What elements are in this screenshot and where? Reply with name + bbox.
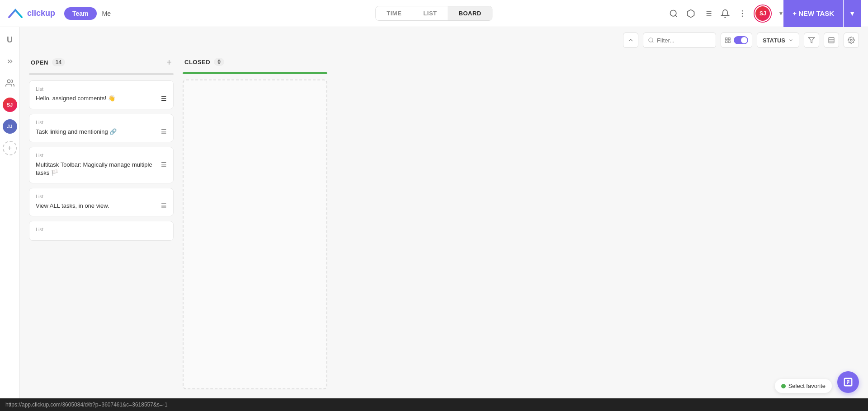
svg-point-8 (742, 10, 743, 11)
column-open-count: 14 (52, 58, 65, 66)
task-card[interactable]: List Multitask Toolbar: Magically manage… (29, 147, 174, 183)
new-task-button[interactable]: + NEW TASK (783, 0, 843, 27)
main-layout: U SJ JJ + STATUS (0, 27, 868, 398)
column-closed-bar (183, 72, 327, 74)
column-closed: CLOSED 0 (183, 53, 327, 389)
status-button[interactable]: STATUS (757, 33, 799, 48)
tab-list[interactable]: LIST (412, 6, 448, 20)
column-closed-header: CLOSED 0 (183, 53, 327, 70)
card-list-label: List (36, 194, 167, 199)
toolbar: STATUS (20, 27, 868, 53)
logo-text: clickup (27, 9, 55, 18)
menu-lines-icon: ☰ (161, 128, 167, 137)
filter-button[interactable] (804, 33, 819, 48)
column-open-header: OPEN 14 + (29, 53, 174, 71)
content-area: STATUS OPEN 14 + (20, 27, 868, 398)
filter-input-wrap (643, 33, 716, 48)
card-title: Hello, assigned comments! 👋 ☰ (36, 94, 167, 103)
column-open-add-button[interactable]: + (166, 58, 172, 67)
me-button[interactable]: Me (102, 10, 111, 17)
select-favorite-label: Select favorite (788, 383, 826, 389)
top-nav: clickup Team Me TIME LIST BOARD SJ ▼ + N… (0, 0, 868, 27)
menu-lines-icon: ☰ (161, 161, 167, 170)
card-title-text: View ALL tasks, in one view. (36, 202, 158, 210)
nav-right: SJ ▼ (669, 5, 783, 22)
svg-rect-17 (728, 41, 730, 42)
svg-rect-19 (829, 37, 834, 43)
sidebar-home[interactable]: U (3, 33, 17, 47)
tab-board[interactable]: BOARD (448, 6, 492, 20)
team-button[interactable]: Team (64, 7, 97, 20)
select-favorite[interactable]: Select favorite (775, 379, 832, 393)
card-title: Task linking and mentioning 🔗 ☰ (36, 128, 167, 137)
svg-point-10 (742, 15, 743, 17)
settings-button[interactable] (844, 33, 859, 48)
card-list-label: List (36, 227, 167, 232)
board-area: OPEN 14 + List Hello, assigned comments!… (20, 53, 868, 398)
sidebar-add-button[interactable]: + (3, 141, 17, 155)
priority-button[interactable] (623, 33, 638, 48)
clickup-logo-icon (7, 5, 24, 22)
toggle-switch[interactable] (734, 36, 748, 44)
task-card[interactable]: List Task linking and mentioning 🔗 ☰ (29, 114, 174, 143)
filter-search-icon (648, 37, 654, 43)
svg-point-0 (670, 10, 676, 16)
svg-line-13 (652, 42, 654, 43)
svg-rect-16 (726, 41, 727, 42)
card-title-text: Multitask Toolbar: Magically manage mult… (36, 161, 158, 177)
view-button[interactable] (824, 33, 839, 48)
card-title: Multitask Toolbar: Magically manage mult… (36, 161, 167, 177)
svg-rect-14 (726, 38, 727, 40)
fab-button[interactable] (837, 371, 859, 393)
logo-area: clickup (7, 5, 55, 22)
sidebar-team-icon[interactable] (3, 76, 17, 90)
nav-tabs: TIME LIST BOARD (375, 6, 492, 21)
task-card[interactable]: List (29, 221, 174, 241)
sidebar-avatar-jj[interactable]: JJ (3, 119, 17, 134)
card-list-label: List (36, 120, 167, 125)
card-title-text: Hello, assigned comments! 👋 (36, 94, 158, 103)
left-sidebar: U SJ JJ + (0, 27, 20, 398)
list-icon[interactable] (703, 9, 713, 19)
svg-marker-18 (808, 37, 814, 43)
menu-lines-icon: ☰ (161, 202, 167, 211)
svg-rect-15 (728, 38, 730, 40)
status-label: STATUS (763, 37, 785, 44)
column-open-title: OPEN (31, 59, 48, 66)
status-bar-url: https://app.clickup.com/3605084/d/b?p=36… (5, 402, 168, 408)
avatar-dropdown-arrow[interactable]: ▼ (778, 10, 783, 17)
search-icon[interactable] (669, 9, 679, 19)
toggle-grid-icon (725, 37, 731, 43)
bell-icon[interactable] (720, 9, 730, 19)
card-title: View ALL tasks, in one view. ☰ (36, 202, 167, 211)
closed-drop-zone[interactable] (183, 79, 327, 389)
column-closed-title: CLOSED (184, 59, 210, 65)
card-list-label: List (36, 86, 167, 92)
column-open-cards: List Hello, assigned comments! 👋 ☰ List … (29, 80, 174, 389)
svg-point-12 (649, 38, 653, 42)
status-bar: https://app.clickup.com/3605084/d/b?p=36… (0, 398, 868, 411)
card-title-text: Task linking and mentioning 🔗 (36, 128, 158, 136)
sidebar-u-label: U (7, 35, 13, 45)
menu-lines-icon: ☰ (161, 94, 167, 103)
green-dot-icon (781, 384, 786, 388)
box-icon[interactable] (686, 9, 696, 19)
column-closed-count: 0 (214, 58, 224, 66)
new-task-dropdown-button[interactable]: ▼ (844, 0, 861, 27)
svg-point-9 (742, 13, 743, 14)
column-open: OPEN 14 + List Hello, assigned comments!… (29, 53, 174, 389)
sidebar-avatar-sj[interactable]: SJ (3, 98, 17, 112)
more-icon[interactable] (737, 9, 747, 19)
toggle-wrap (721, 33, 752, 48)
filter-input[interactable] (657, 37, 711, 44)
status-chevron-icon (788, 37, 793, 43)
avatar[interactable]: SJ (755, 5, 771, 22)
svg-point-11 (7, 80, 10, 83)
card-list-label: List (36, 153, 167, 158)
tab-time[interactable]: TIME (376, 6, 412, 20)
svg-point-22 (850, 39, 852, 41)
task-card[interactable]: List View ALL tasks, in one view. ☰ (29, 188, 174, 217)
svg-line-1 (675, 15, 677, 17)
task-card[interactable]: List Hello, assigned comments! 👋 ☰ (29, 80, 174, 109)
sidebar-arrow[interactable] (3, 54, 17, 69)
